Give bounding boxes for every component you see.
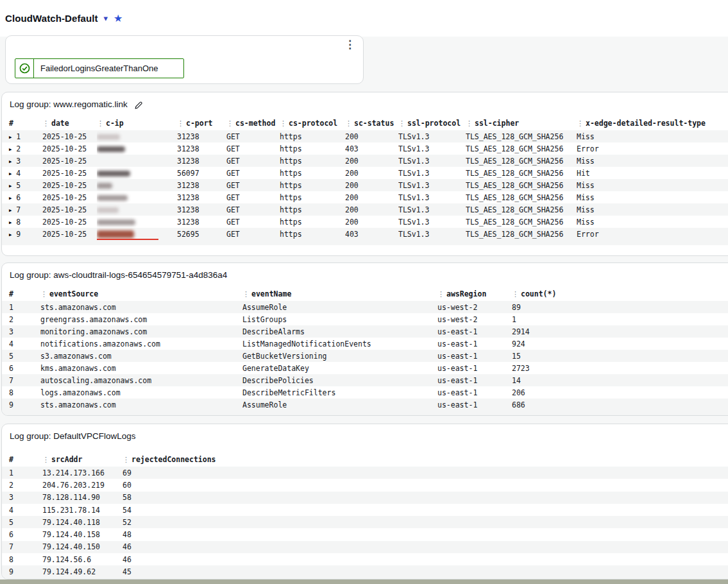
aws-region-cell: us-east-1 [437,338,512,350]
column-grip-icon[interactable]: ⋮ [577,119,584,128]
column-grip-icon[interactable]: ⋮ [437,290,444,298]
column-header-srcAddr[interactable]: ⋮srcAddr [42,452,123,467]
column-header-num[interactable]: # [2,287,40,301]
table-row[interactable]: ▶8 2025-10-25 31238 GET https 200 TLSv1.… [2,216,728,228]
column-header-cs-protocol[interactable]: ⋮cs-protocol [280,116,345,130]
row-expander-icon[interactable]: ▶ [9,220,12,225]
table-row[interactable]: 4 115.231.78.14 54 [2,504,728,516]
chevron-down-icon[interactable]: ▾ [104,14,108,22]
column-grip-icon[interactable]: ⋮ [398,119,405,128]
favorite-star-icon[interactable]: ★ [114,13,123,24]
row-number-cell: 5 [2,516,42,528]
cs-method-cell: GET [226,216,280,228]
column-header-awsRegion[interactable]: ⋮awsRegion [437,287,512,301]
count-cell: 14 [512,374,728,386]
table-row[interactable]: 1 13.214.173.166 69 [2,467,728,479]
table-row[interactable]: 1 sts.amazonaws.com AssumeRole us-west-2… [2,301,728,313]
column-grip-icon[interactable]: ⋮ [42,456,49,464]
column-grip-icon[interactable]: ⋮ [280,119,287,128]
table-row[interactable]: ▶4 2025-10-25 56097 GET https 200 TLSv1.… [2,167,728,179]
table-row[interactable]: 7 79.124.40.150 46 [2,541,728,553]
c-port-cell: 31238 [177,142,226,155]
column-header-eventName[interactable]: ⋮eventName [242,287,437,301]
column-grip-icon[interactable]: ⋮ [466,119,473,128]
table-row[interactable]: 5 s3.amazonaws.com GetBucketVersioning u… [2,350,728,362]
table-row[interactable]: 6 79.124.40.158 48 [2,528,728,540]
sc-status-cell: 200 [345,216,398,228]
c-ip-cell-redacted [97,142,177,155]
column-grip-icon[interactable]: ⋮ [512,290,519,298]
row-expander-icon[interactable]: ▶ [9,159,12,164]
event-source-cell: notifications.amazonaws.com [40,338,242,350]
c-port-cell: 56097 [177,167,226,179]
column-header-num[interactable]: # [2,452,42,467]
count-cell: 1 [512,313,728,325]
event-name-cell: DescribeMetricFilters [242,386,437,399]
column-header-c-port[interactable]: ⋮c-port [177,116,226,130]
alarm-item[interactable]: FailedorLoginsGreaterThanOne [15,58,184,78]
row-expander-icon[interactable]: ▶ [9,232,12,237]
row-expander-icon[interactable]: ▶ [9,147,12,152]
date-cell: 2025-10-25 [42,179,97,191]
x-edge-result-cell: Miss [577,130,728,142]
event-source-cell: greengrass.amazonaws.com [40,313,242,325]
row-expander-icon[interactable]: ▶ [9,196,12,201]
src-addr-cell: 79.124.40.118 [42,516,123,528]
column-grip-icon[interactable]: ⋮ [177,119,184,128]
widget-menu-icon[interactable]: ⋮ [344,39,355,50]
row-number-cell: 5 [2,350,40,362]
table-row[interactable]: 3 monitoring.amazonaws.com DescribeAlarm… [2,325,728,338]
ssl-cipher-cell: TLS_AES_128_GCM_SHA256 [466,179,577,191]
table-row[interactable]: 9 79.124.49.62 45 [2,565,728,578]
table-row[interactable]: 2 greengrass.amazonaws.com ListGroups us… [2,313,728,325]
table-row[interactable]: 2 204.76.203.219 60 [2,479,728,491]
table-row[interactable]: ▶1 2025-10-25 31238 GET https 200 TLSv1.… [2,130,728,142]
count-cell: 686 [512,399,728,411]
column-grip-icon[interactable]: ⋮ [40,290,47,298]
c-port-cell: 31238 [177,203,226,216]
column-header-ssl-cipher[interactable]: ⋮ssl-cipher [466,116,577,130]
column-grip-icon[interactable]: ⋮ [97,119,104,128]
table-row[interactable]: ▶6 2025-10-25 31238 GET https 200 TLSv1.… [2,191,728,203]
row-number-cell: 7 [2,374,40,386]
table-row[interactable]: 4 notifications.amazonaws.com ListManage… [2,338,728,350]
ssl-protocol-cell: TLSv1.3 [398,167,466,179]
table-row[interactable]: ▶2 2025-10-25 31238 GET https 403 TLSv1.… [2,142,728,155]
column-header-ssl-protocol[interactable]: ⋮ssl-protocol [398,116,466,130]
column-grip-icon[interactable]: ⋮ [42,119,49,128]
column-header-c-ip[interactable]: ⋮c-ip [97,116,177,130]
row-number-cell: 8 [2,386,40,399]
column-grip-icon[interactable]: ⋮ [226,119,233,128]
table-row[interactable]: ▶3 2025-10-25 31238 GET https 200 TLSv1.… [2,155,728,167]
table-row[interactable]: 8 79.124.56.6 46 [2,553,728,565]
column-header-x-edge-detailed-result-type[interactable]: ⋮x-edge-detailed-result-type [577,116,728,130]
cs-method-cell: GET [226,191,280,203]
table-row[interactable]: ▶9 2025-10-25 52695 GET https 403 TLSv1.… [2,228,728,240]
cs-protocol-cell: https [280,130,345,142]
rejected-connections-cell: 46 [123,553,728,565]
row-expander-icon[interactable]: ▶ [9,184,12,189]
table-row[interactable]: ▶7 2025-10-25 31238 GET https 200 TLSv1.… [2,203,728,216]
row-expander-icon[interactable]: ▶ [9,208,12,213]
table-row[interactable]: 5 79.124.40.118 52 [2,516,728,528]
column-grip-icon[interactable]: ⋮ [242,290,250,298]
column-header-sc-status[interactable]: ⋮sc-status [345,116,398,130]
table-row[interactable]: 3 78.128.114.90 58 [2,492,728,504]
column-header-rejectedConnections[interactable]: ⋮rejectedConnections [123,452,728,467]
column-header-num[interactable]: # [2,116,42,130]
c-ip-cell-redacted [97,203,177,216]
column-header-count[interactable]: ⋮count(*) [512,287,728,301]
column-grip-icon[interactable]: ⋮ [123,456,130,464]
table-row[interactable]: 8 logs.amazonaws.com DescribeMetricFilte… [2,386,728,399]
row-expander-icon[interactable]: ▶ [9,171,12,176]
column-header-eventSource[interactable]: ⋮eventSource [40,287,242,301]
column-header-date[interactable]: ⋮date [42,116,97,130]
column-grip-icon[interactable]: ⋮ [345,119,352,128]
column-header-cs-method[interactable]: ⋮cs-method [226,116,280,130]
table-row[interactable]: 9 sts.amazonaws.com AssumeRole us-east-1… [2,399,728,411]
table-row[interactable]: ▶5 2025-10-25 31238 GET https 200 TLSv1.… [2,179,728,191]
table-row[interactable]: 7 autoscaling.amazonaws.com DescribePoli… [2,374,728,386]
table-row[interactable]: 6 kms.amazonaws.com GenerateDataKey us-e… [2,362,728,374]
row-expander-icon[interactable]: ▶ [9,135,12,140]
edit-title-icon[interactable] [134,101,143,110]
